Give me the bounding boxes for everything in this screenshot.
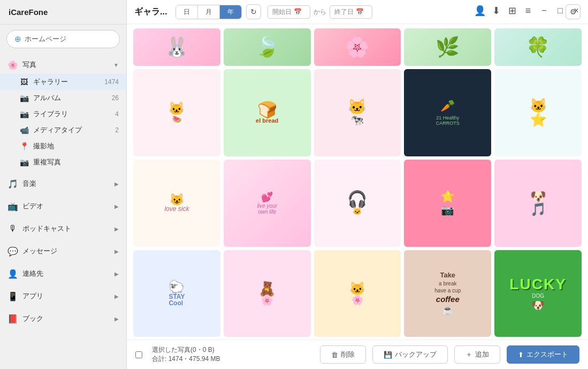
contacts-icon: 👤 [7,268,18,279]
date-end-input[interactable]: 終了日 📅 [330,5,372,19]
sidebar-item-books[interactable]: 📕 ブック ▶ [0,310,126,328]
thumb-0-3[interactable]: 🌸 [314,28,401,66]
thumb-0-1[interactable]: 🐰 [133,28,220,66]
sidebar-item-gallery[interactable]: 🖼 ギャラリー 1474 [0,74,126,90]
album-icon: 📷 [19,94,29,102]
contacts-chevron: ▶ [114,271,119,277]
date-start-input[interactable]: 開始日 📅 [268,5,310,19]
toolbar: ギャラ... 日 月 年 ↻ 開始日 📅 から 終了日 📅 [127,0,588,24]
date-filter: 開始日 📅 から 終了日 📅 [268,5,372,19]
thumb-0-5[interactable]: 🍀 [494,28,582,66]
thumb-0-2[interactable]: 🍃 [224,28,311,66]
gallery-icon: 🖼 [19,78,29,86]
gallery-scroll[interactable]: 🐰 🍃 🌸 🌿 🍀 🐱🍉 🍞el bread [127,24,588,340]
sidebar-item-library[interactable]: 📷 ライブラリ 4 [0,106,126,122]
close-button[interactable]: × [569,3,584,18]
sidebar-item-podcast[interactable]: 🎙 ポッドキャスト ▶ [0,220,126,238]
date-separator: から [314,7,326,17]
sidebar-item-mediatype[interactable]: 📹 メディアタイプ 2 [0,122,126,138]
tab-year[interactable]: 年 [220,5,241,19]
sidebar-item-duplicate[interactable]: 📷 重複写真 [0,154,126,170]
video-section: 📺 ビデオ ▶ [0,195,126,217]
sidebar-item-apps[interactable]: 📱 アプリ ▶ [0,287,126,305]
thumb-1-4[interactable]: 🥕 21 Healthy CARROTS [404,69,491,156]
books-chevron: ▶ [114,316,119,322]
thumb-1-2[interactable]: 🍞el bread [224,69,311,156]
thumb-2-4[interactable]: ⭐ 📷 [404,160,491,247]
tab-month[interactable]: 月 [198,5,220,19]
delete-button[interactable]: 🗑 削除 [320,345,366,364]
podcast-section: 🎙 ポッドキャスト ▶ [0,217,126,240]
add-button[interactable]: ＋ 追加 [454,345,500,364]
date-start-placeholder: 開始日 [272,7,292,17]
account-button[interactable]: 👤 [472,3,487,18]
thumb-2-1[interactable]: 😺 love sick [133,160,220,247]
photos-section: 🌸 写真 ▼ 🖼 ギャラリー 1474 📷 アルバム 26 📷 ライブラリ 4 … [0,54,126,172]
calendar-icon: 📅 [294,8,302,16]
video-chevron: ▶ [114,204,119,209]
books-section: 📕 ブック ▶ [0,307,126,330]
backup-icon: 💾 [384,351,392,359]
backup-button[interactable]: 💾 バックアップ [372,345,448,364]
select-all-checkbox[interactable] [135,351,142,358]
thumb-1-5[interactable]: 🐱⭐ [494,69,582,156]
tab-group: 日 月 年 [175,5,242,19]
date-end-placeholder: 終了日 [334,7,354,17]
home-button-label: ホームページ [25,34,66,44]
delete-icon: 🗑 [331,351,338,359]
messages-icon: 💬 [7,246,18,257]
sidebar-item-contacts[interactable]: 👤 連絡先 ▶ [0,265,126,283]
thumb-1-3[interactable]: 🐱🐄 [314,69,401,156]
music-chevron: ▶ [114,181,119,187]
thumb-3-5[interactable]: LUCKY DOG 🐶 [494,250,582,337]
thumb-3-2[interactable]: 🧸🌸 [224,250,311,337]
footer: 選択した写真(0・0 B) 合計: 1474・475.94 MB 🗑 削除 💾 … [127,340,588,369]
duplicate-label: 重複写真 [33,157,119,167]
window-controls: 👤 ⬇ ⊞ ≡ − □ × [468,0,588,21]
menu-button[interactable]: ≡ [521,3,536,18]
photos-icon: 🌸 [7,59,18,70]
delete-label: 削除 [341,350,355,359]
contacts-label: 連絡先 [22,269,110,278]
gallery-count: 1474 [104,78,119,86]
thumb-3-1[interactable]: 🐑 STAYCool [133,250,220,337]
library-label: ライブラリ [33,109,111,119]
location-label: 撮影地 [33,141,119,151]
books-label: ブック [22,314,110,323]
restore-button[interactable]: □ [553,3,568,18]
home-icon: ⊕ [14,34,21,44]
grid-button[interactable]: ⊞ [505,3,520,18]
sidebar-item-album[interactable]: 📷 アルバム 26 [0,90,126,106]
export-button[interactable]: ⬆ エクスポート [507,345,579,364]
sidebar-item-photos[interactable]: 🌸 写真 ▼ [0,56,126,74]
download-button[interactable]: ⬇ [488,3,503,18]
music-icon: 🎵 [7,178,18,189]
duplicate-icon: 📷 [19,158,29,167]
thumb-1-1[interactable]: 🐱🍉 [133,69,220,156]
sidebar-item-location[interactable]: 📍 撮影地 [0,138,126,154]
calendar-end-icon: 📅 [356,8,364,16]
sidebar-item-messages[interactable]: 💬 メッセージ ▶ [0,242,126,260]
books-icon: 📕 [7,313,18,324]
sidebar: iCareFone ⊕ ホームページ 🌸 写真 ▼ 🖼 ギャラリー 1474 📷… [0,0,127,369]
gallery-label: ギャラリー [33,77,100,87]
podcast-chevron: ▶ [114,226,119,232]
thumb-2-2[interactable]: 💕 live yourown life [224,160,311,247]
refresh-button[interactable]: ↻ [246,4,261,19]
thumb-2-5[interactable]: 🐶🎵 [494,160,582,247]
minimize-button[interactable]: − [537,3,552,18]
thumb-0-4[interactable]: 🌿 [404,28,491,66]
home-button[interactable]: ⊕ ホームページ [6,30,120,48]
selected-count: 選択した写真(0・0 B) [152,345,220,355]
sidebar-item-music[interactable]: 🎵 音楽 ▶ [0,175,126,193]
tab-day[interactable]: 日 [176,5,198,19]
thumb-3-3[interactable]: 🐱🌸 [314,250,401,337]
photos-chevron: ▼ [113,62,119,68]
video-label: ビデオ [22,201,110,211]
thumb-2-3[interactable]: 🎧🐱 [314,160,401,247]
apps-chevron: ▶ [114,293,119,299]
sidebar-item-video[interactable]: 📺 ビデオ ▶ [0,197,126,215]
thumb-3-4[interactable]: Take a break have a cup coffee ☕ [404,250,491,337]
apps-label: アプリ [22,291,110,301]
photos-label: 写真 [22,60,109,70]
